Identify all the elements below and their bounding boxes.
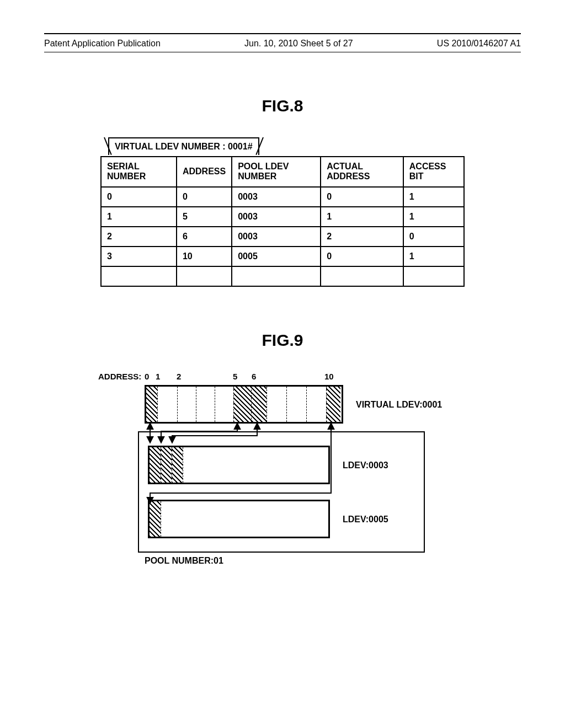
header-left: Patent Application Publication: [44, 39, 161, 49]
header-right: US 2010/0146207 A1: [437, 39, 521, 49]
col-serial-number: SERIAL NUMBER: [101, 157, 177, 187]
ldev-0003-label: LDEV:0003: [343, 461, 388, 470]
table-row: 2 6 0003 2 0: [101, 227, 464, 247]
addr-tick-2: 2: [177, 372, 181, 381]
virtual-ldev-tab: VIRTUAL LDEV NUMBER : 0001#: [108, 137, 259, 155]
col-access-bit: ACCESS BIT: [403, 157, 464, 187]
fig8-table: SERIAL NUMBER ADDRESS POOL LDEV NUMBER A…: [100, 156, 465, 287]
pool-box: LDEV:0003 LDEV:0005: [138, 431, 425, 553]
addr-tick-0: 0: [145, 372, 149, 381]
col-pool-ldev-number: POOL LDEV NUMBER: [232, 157, 321, 187]
ldev-0005-label: LDEV:0005: [343, 515, 388, 524]
table-row: 0 0 0003 0 1: [101, 187, 464, 207]
address-label: ADDRESS:: [98, 372, 141, 381]
pool-number-label: POOL NUMBER:01: [145, 556, 465, 566]
header-center: Jun. 10, 2010 Sheet 5 of 27: [244, 39, 353, 49]
col-address: ADDRESS: [177, 157, 232, 187]
fig9-diagram: ADDRESS: 0 1 2 5 6 10: [100, 372, 465, 566]
virtual-ldev-label: VIRTUAL LDEV:0001: [356, 400, 442, 410]
fig9-title: FIG.9: [44, 331, 521, 350]
addr-tick-6: 6: [252, 372, 256, 381]
table-row-empty: [101, 266, 464, 286]
virtual-ldev-bar: VIRTUAL LDEV:0001: [145, 385, 343, 424]
addr-tick-5: 5: [233, 372, 237, 381]
table-row: 3 10 0005 0 1: [101, 247, 464, 266]
addr-tick-1: 1: [156, 372, 160, 381]
fig8-table-container: VIRTUAL LDEV NUMBER : 0001# SERIAL NUMBE…: [100, 137, 465, 287]
table-row: 1 5 0003 1 1: [101, 207, 464, 227]
fig8-title: FIG.8: [44, 97, 521, 115]
ldev-0005-bar: LDEV:0005: [148, 500, 330, 538]
page-header: Patent Application Publication Jun. 10, …: [44, 39, 521, 49]
col-actual-address: ACTUAL ADDRESS: [321, 157, 403, 187]
addr-tick-10: 10: [324, 372, 334, 381]
ldev-0003-bar: LDEV:0003: [148, 446, 330, 484]
